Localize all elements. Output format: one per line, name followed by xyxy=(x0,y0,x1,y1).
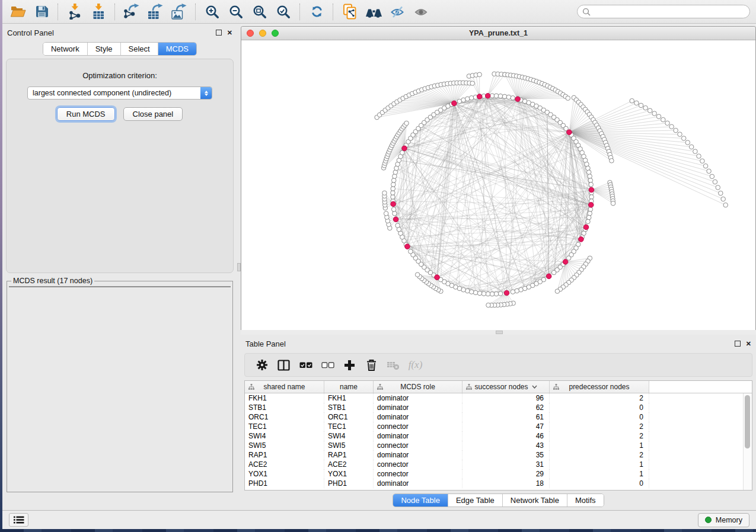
eye-slash-icon xyxy=(390,5,405,18)
table-row[interactable]: ACE2ACE2connector311 xyxy=(245,460,752,469)
column-header-successor-nodes[interactable]: successor nodes xyxy=(462,381,550,393)
tab-network-table[interactable]: Network Table xyxy=(503,494,567,507)
table-cell: YOX1 xyxy=(245,469,324,479)
table-cell: SWI4 xyxy=(245,431,324,441)
table-cell: connector xyxy=(374,441,462,450)
export-image-button[interactable] xyxy=(167,2,191,22)
table-row[interactable]: STB1STB1dominator620 xyxy=(245,403,752,412)
columns-icon xyxy=(277,360,290,371)
clone-network-icon xyxy=(342,4,358,20)
table-cell: ACE2 xyxy=(245,460,324,469)
table-toolbar: f(x) xyxy=(244,353,752,377)
select-all-rows-button[interactable] xyxy=(295,355,317,374)
tab-motifs[interactable]: Motifs xyxy=(567,494,604,507)
export-table-icon xyxy=(147,4,164,20)
table-row[interactable]: SWI4SWI4dominator462 xyxy=(245,431,752,441)
table-panel-float-button[interactable] xyxy=(735,341,741,347)
table-cell: dominator xyxy=(374,431,462,441)
table-cell: ORC1 xyxy=(245,412,324,422)
export-network-icon xyxy=(123,4,141,20)
table-row[interactable]: FKH1FKH1dominator962 xyxy=(245,393,752,403)
table-cell: ORC1 xyxy=(324,412,374,422)
first-neighbors-button[interactable] xyxy=(362,2,385,22)
column-header-name[interactable]: name xyxy=(324,381,374,393)
tab-node-table[interactable]: Node Table xyxy=(393,494,448,507)
function-builder-button[interactable]: f(x) xyxy=(404,355,426,374)
table-panel-close-button[interactable]: ✕ xyxy=(746,341,751,347)
export-network-button[interactable] xyxy=(120,2,143,22)
table-cell: TEC1 xyxy=(324,422,374,431)
control-panel-float-button[interactable] xyxy=(216,30,222,36)
table-cell: PHD1 xyxy=(324,479,374,488)
table-row[interactable]: PHD1PHD1dominator180 xyxy=(245,479,752,488)
delete-columns-button[interactable] xyxy=(361,355,382,374)
window-minimize-traffic-light[interactable] xyxy=(259,30,266,37)
search-input[interactable] xyxy=(594,7,745,17)
run-mcds-button[interactable]: Run MCDS xyxy=(57,107,115,121)
show-all-button[interactable] xyxy=(409,2,433,22)
status-bar: Memory xyxy=(2,510,756,529)
column-header-predecessor-nodes[interactable]: predecessor nodes xyxy=(550,381,649,393)
horizontal-splitter[interactable] xyxy=(241,330,756,335)
table-cell: 2 xyxy=(550,422,649,431)
zoom-fit-button[interactable] xyxy=(248,2,272,22)
splitter-handle[interactable] xyxy=(496,331,503,334)
export-table-button[interactable] xyxy=(143,2,167,22)
control-panel-close-button[interactable]: ✕ xyxy=(227,30,232,36)
table-scrollbar[interactable] xyxy=(743,393,752,490)
tab-edge-table[interactable]: Edge Table xyxy=(448,494,503,507)
table-cell: 61 xyxy=(462,412,550,422)
table-cell: dominator xyxy=(374,393,462,403)
table-row[interactable]: ORC1ORC1dominator610 xyxy=(245,412,752,422)
delete-table-button[interactable] xyxy=(382,355,404,374)
memory-button[interactable]: Memory xyxy=(698,513,749,527)
vertical-splitter[interactable] xyxy=(237,24,241,510)
table-row[interactable]: TEC1TEC1connector472 xyxy=(245,422,752,431)
column-header-shared-name[interactable]: shared name xyxy=(245,381,324,393)
clone-network-button[interactable] xyxy=(338,2,362,22)
optimization-criterion-select[interactable]: largest connected component (undirected) xyxy=(27,86,212,100)
toggle-column-pane-button[interactable] xyxy=(273,355,295,374)
apply-layout-button[interactable] xyxy=(305,2,328,22)
export-image-icon xyxy=(171,4,188,20)
control-panel-tabbar: NetworkStyleSelectMCDS xyxy=(43,42,197,56)
table-mode-settings-button[interactable] xyxy=(251,355,273,374)
table-cell: dominator xyxy=(374,412,462,422)
open-session-button[interactable] xyxy=(6,2,30,22)
zoom-out-button[interactable] xyxy=(224,2,248,22)
table-cell: connector xyxy=(374,469,462,479)
scrollbar-thumb[interactable] xyxy=(745,395,750,448)
table-panel-title: Table Panel xyxy=(245,339,286,348)
network-canvas[interactable] xyxy=(241,40,755,330)
tab-network[interactable]: Network xyxy=(43,43,88,55)
save-session-button[interactable] xyxy=(30,2,53,22)
window-close-traffic-light[interactable] xyxy=(247,30,254,37)
tab-style[interactable]: Style xyxy=(88,43,121,55)
import-network-icon xyxy=(67,4,83,20)
table-cell: connector xyxy=(374,422,462,431)
import-network-button[interactable] xyxy=(63,2,87,22)
tab-mcds[interactable]: MCDS xyxy=(158,43,196,55)
table-row[interactable]: YOX1YOX1connector291 xyxy=(245,469,752,479)
optimization-criterion-value: largest connected component (undirected) xyxy=(28,89,171,97)
network-window-titlebar[interactable]: YPA_prune.txt_1 xyxy=(241,27,755,40)
tab-select[interactable]: Select xyxy=(121,43,158,55)
create-column-button[interactable] xyxy=(339,355,361,374)
toolbar-separator xyxy=(195,4,196,20)
task-history-button[interactable] xyxy=(9,513,28,527)
plus-icon xyxy=(344,360,355,371)
deselect-all-rows-button[interactable] xyxy=(317,355,339,374)
window-zoom-traffic-light[interactable] xyxy=(272,30,279,37)
eye-icon xyxy=(414,5,429,18)
hide-selected-button[interactable] xyxy=(385,2,409,22)
column-header-MCDS-role[interactable]: MCDS role xyxy=(374,381,462,393)
table-row[interactable]: RAP1RAP1dominator352 xyxy=(245,450,752,460)
import-table-button[interactable] xyxy=(87,2,110,22)
close-panel-button[interactable]: Close panel xyxy=(123,107,183,121)
table-cell: ACE2 xyxy=(324,460,374,469)
table-row[interactable]: SWI5SWI5connector431 xyxy=(245,441,752,450)
search-icon xyxy=(582,8,591,16)
zoom-selected-button[interactable] xyxy=(272,2,295,22)
splitter-handle[interactable] xyxy=(237,263,241,271)
zoom-in-button[interactable] xyxy=(200,2,224,22)
